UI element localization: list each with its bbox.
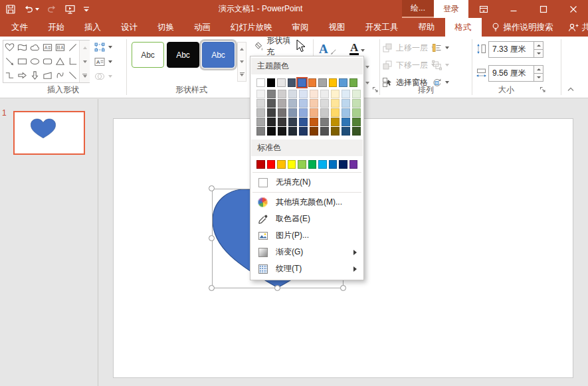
tab-design[interactable]: 设计 bbox=[111, 18, 147, 37]
insert-shape-rounded-rectangle-button[interactable] bbox=[41, 54, 54, 68]
theme-variant-swatch[interactable] bbox=[288, 90, 297, 98]
standard-color-swatch[interactable] bbox=[339, 160, 347, 169]
fill-menu-item-picture[interactable]: 图片(P)... bbox=[251, 227, 363, 244]
theme-variant-swatch[interactable] bbox=[267, 127, 276, 136]
theme-variant-swatch[interactable] bbox=[352, 90, 361, 98]
text-box-button[interactable]: A bbox=[94, 54, 124, 69]
theme-variant-swatch[interactable] bbox=[310, 108, 318, 117]
ribbon-display-options-icon[interactable] bbox=[468, 0, 498, 18]
text-fill-button[interactable]: A bbox=[349, 39, 365, 56]
theme-variant-swatch[interactable] bbox=[320, 99, 329, 108]
theme-color-swatch[interactable] bbox=[288, 78, 296, 87]
edit-shape-caret[interactable] bbox=[108, 46, 112, 48]
theme-variant-swatch[interactable] bbox=[299, 90, 308, 98]
style-scroll-down-button[interactable] bbox=[238, 55, 246, 68]
gallery-scroll-down-button[interactable] bbox=[80, 54, 90, 68]
theme-variant-swatch[interactable] bbox=[320, 118, 329, 126]
theme-variant-swatch[interactable] bbox=[352, 127, 361, 136]
resize-handle-bottom-right[interactable] bbox=[340, 285, 346, 291]
panel-divider[interactable] bbox=[98, 99, 98, 386]
style-more-button[interactable] bbox=[238, 68, 246, 81]
drawing-tools-contextual-tab[interactable]: 绘... bbox=[402, 0, 434, 18]
customize-qat-icon[interactable] bbox=[83, 5, 90, 13]
theme-variant-swatch[interactable] bbox=[299, 99, 308, 108]
align-caret[interactable] bbox=[445, 47, 449, 49]
theme-variant-swatch[interactable] bbox=[256, 90, 265, 98]
gallery-more-button[interactable] bbox=[80, 68, 90, 82]
theme-variant-swatch[interactable] bbox=[256, 118, 265, 126]
theme-variant-swatch[interactable] bbox=[352, 118, 361, 126]
text-fill-caret[interactable] bbox=[361, 49, 365, 52]
resize-handle-bottom-left[interactable] bbox=[209, 285, 215, 291]
theme-color-swatch[interactable] bbox=[277, 78, 286, 87]
insert-shape-right-arrow-button[interactable] bbox=[16, 68, 29, 82]
insert-shape-wave-button[interactable] bbox=[16, 41, 29, 54]
theme-variant-swatch[interactable] bbox=[331, 108, 340, 117]
insert-shape-scribble-button[interactable] bbox=[54, 68, 66, 82]
tab-animations[interactable]: 动画 bbox=[184, 18, 221, 37]
theme-variant-swatch[interactable] bbox=[256, 99, 265, 108]
slide-thumbnail[interactable] bbox=[13, 111, 85, 155]
standard-color-swatch[interactable] bbox=[308, 160, 317, 169]
fill-menu-item-eyedropper[interactable]: 取色器(E) bbox=[251, 211, 363, 227]
edit-shape-button[interactable] bbox=[94, 40, 124, 54]
insert-shape-down-arrow-button[interactable] bbox=[29, 68, 41, 82]
size-dialog-launcher-icon[interactable] bbox=[539, 86, 547, 94]
tab-file[interactable]: 文件 bbox=[1, 18, 38, 37]
theme-variant-swatch[interactable] bbox=[288, 127, 297, 136]
insert-shape-triangle-button[interactable] bbox=[54, 54, 66, 68]
resize-handle-mid-left[interactable] bbox=[209, 235, 215, 241]
theme-variant-swatch[interactable] bbox=[256, 127, 265, 136]
theme-color-swatch[interactable] bbox=[298, 78, 306, 87]
theme-variant-swatch[interactable] bbox=[320, 108, 329, 117]
insert-shape-manual-input-button[interactable] bbox=[41, 68, 54, 82]
style-scroll-up-button[interactable] bbox=[238, 43, 246, 55]
theme-color-swatch[interactable] bbox=[318, 78, 327, 87]
tab-insert[interactable]: 插入 bbox=[74, 18, 111, 37]
theme-variant-swatch[interactable] bbox=[267, 99, 276, 108]
start-slideshow-icon[interactable] bbox=[64, 4, 76, 15]
undo-icon[interactable] bbox=[23, 4, 39, 15]
theme-variant-swatch[interactable] bbox=[278, 127, 286, 136]
theme-color-swatch[interactable] bbox=[339, 78, 347, 87]
insert-shape-right-angle-button[interactable] bbox=[66, 54, 79, 68]
standard-color-swatch[interactable] bbox=[329, 160, 338, 169]
theme-variant-swatch[interactable] bbox=[320, 90, 329, 98]
align-button[interactable] bbox=[431, 40, 449, 56]
theme-variant-swatch[interactable] bbox=[256, 108, 265, 117]
maximize-button[interactable] bbox=[528, 0, 558, 18]
theme-variant-swatch[interactable] bbox=[342, 118, 350, 126]
shape-width-field[interactable]: 9.56 厘米 bbox=[488, 65, 543, 82]
theme-variant-swatch[interactable] bbox=[310, 127, 318, 136]
standard-color-swatch[interactable] bbox=[267, 160, 276, 169]
wordart-dialog-launcher-icon[interactable] bbox=[372, 86, 379, 94]
insert-shape-rectangle-button[interactable] bbox=[16, 54, 29, 68]
theme-color-swatch[interactable] bbox=[308, 78, 317, 87]
tab-transitions[interactable]: 切换 bbox=[147, 18, 184, 37]
share-button[interactable]: 共享 bbox=[567, 22, 588, 33]
theme-variant-swatch[interactable] bbox=[331, 118, 340, 126]
height-spinner[interactable] bbox=[534, 42, 543, 57]
insert-shape-cloud-button[interactable] bbox=[29, 41, 41, 54]
insert-shape-vertical-text-box-button[interactable]: A bbox=[54, 41, 66, 54]
theme-variant-swatch[interactable] bbox=[342, 99, 350, 108]
tab-developer[interactable]: 开发工具 bbox=[355, 18, 409, 37]
theme-variant-swatch[interactable] bbox=[342, 90, 350, 98]
minimize-button[interactable] bbox=[498, 0, 528, 18]
theme-variant-swatch[interactable] bbox=[267, 90, 276, 98]
tab-view[interactable]: 视图 bbox=[319, 18, 355, 37]
theme-variant-swatch[interactable] bbox=[299, 127, 308, 136]
text-effects-caret[interactable] bbox=[365, 82, 369, 84]
collapse-ribbon-button[interactable] bbox=[565, 84, 576, 94]
theme-color-swatch[interactable] bbox=[267, 78, 276, 87]
shape-style-chip-blue[interactable]: Abc bbox=[202, 42, 235, 68]
tab-format[interactable]: 格式 bbox=[445, 18, 482, 37]
rotate-caret[interactable] bbox=[445, 81, 449, 84]
insert-shape-heart-button[interactable] bbox=[3, 41, 16, 54]
standard-color-swatch[interactable] bbox=[288, 160, 296, 169]
fill-menu-item-no-fill[interactable]: 无填充(N) bbox=[251, 174, 363, 191]
gallery-scroll-up-button[interactable] bbox=[80, 41, 90, 54]
theme-variant-swatch[interactable] bbox=[288, 118, 297, 126]
insert-shape-oval-button[interactable] bbox=[29, 54, 41, 68]
theme-variant-swatch[interactable] bbox=[310, 90, 318, 98]
